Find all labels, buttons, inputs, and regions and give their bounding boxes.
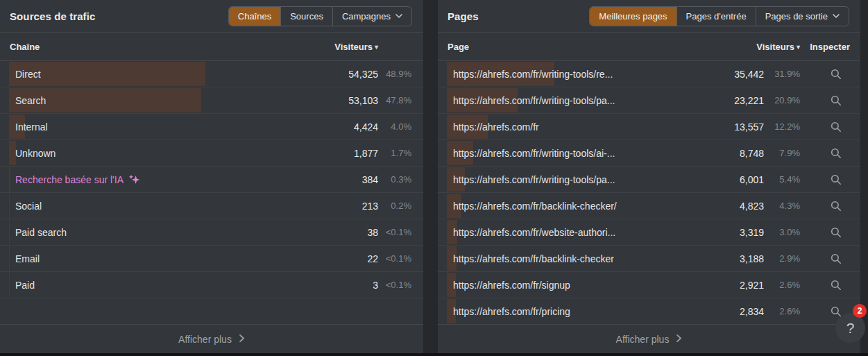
- tab-label: Pages d'entrée: [686, 11, 747, 22]
- row-label: Internal: [9, 121, 323, 133]
- page-row[interactable]: https://ahrefs.com/fr/pricing2,8342.6%: [438, 298, 860, 325]
- sparkles-icon: [128, 174, 140, 185]
- magnifier-icon: [831, 201, 842, 212]
- row-label: Paid search: [9, 227, 323, 238]
- channel-row[interactable]: Paid3<0.1%: [0, 272, 423, 298]
- traffic-tab-campagnes[interactable]: Campagnes: [332, 7, 411, 26]
- page-row[interactable]: https://ahrefs.com/fr/signup2,9212.6%: [438, 272, 860, 298]
- chevron-down-icon: [395, 14, 402, 18]
- visitors-percent: 12.2%: [764, 121, 800, 132]
- row-label-text: https://ahrefs.com/fr/signup: [453, 280, 570, 291]
- channel-row[interactable]: Internal4,4244.0%: [0, 114, 423, 140]
- visitors-percent: 5.4%: [764, 174, 800, 185]
- row-label-text: Unknown: [15, 148, 56, 159]
- channel-row[interactable]: Social2130.2%: [0, 193, 423, 219]
- pages-tab-pages-sortie[interactable]: Pages de sortie: [756, 7, 849, 26]
- inspect-cell: [800, 278, 850, 292]
- traffic-tab-sources[interactable]: Sources: [280, 7, 332, 26]
- page-row[interactable]: https://ahrefs.com/fr/writing-tools/pa..…: [438, 87, 860, 114]
- inspect-button[interactable]: [829, 226, 843, 239]
- visitors-percent: <0.1%: [378, 280, 411, 290]
- row-label-text: https://ahrefs.com/fr/writing-tools/ai-.…: [453, 148, 615, 159]
- visitors-percent: 2.9%: [764, 253, 800, 264]
- inspect-button[interactable]: [829, 199, 843, 213]
- show-more-pages-button[interactable]: Afficher plus: [438, 324, 860, 353]
- magnifier-icon: [831, 227, 842, 238]
- sort-desc-icon: ▾: [797, 43, 800, 51]
- channel-row[interactable]: Paid search38<0.1%: [0, 219, 423, 246]
- visitors-column-header[interactable]: Visiteurs▾: [706, 42, 800, 52]
- visitors-value: 3: [323, 280, 378, 291]
- visitors-value: 1,877: [323, 148, 378, 159]
- pages-rows: https://ahrefs.com/fr/writing-tools/re..…: [438, 61, 860, 325]
- inspect-button[interactable]: [829, 94, 843, 108]
- page-row[interactable]: https://ahrefs.com/fr/writing-tools/pa..…: [438, 167, 860, 193]
- visitors-value: 23,221: [708, 95, 764, 106]
- traffic-sources-table-header: Chaîne Visiteurs▾: [0, 33, 423, 61]
- channel-row[interactable]: Email22<0.1%: [0, 246, 423, 272]
- tab-label: Chaînes: [238, 11, 271, 22]
- visitors-percent: <0.1%: [378, 227, 411, 237]
- traffic-sources-panel: Sources de trafic ChaînesSourcesCampagne…: [0, 0, 423, 353]
- inspect-cell: [800, 94, 850, 108]
- visitors-percent: 31.9%: [764, 69, 800, 79]
- row-label-text: Direct: [15, 69, 41, 80]
- pages-panel: Pages Meilleures pagesPages d'entréePage…: [438, 0, 860, 353]
- channel-row[interactable]: Direct54,32548.9%: [0, 61, 423, 87]
- page-row[interactable]: https://ahrefs.com/fr13,55712.2%: [438, 114, 860, 140]
- pages-tab-meilleures-pages[interactable]: Meilleures pages: [590, 7, 676, 26]
- magnifier-icon: [831, 306, 842, 317]
- chevron-right-icon: [239, 334, 245, 345]
- inspect-button[interactable]: [829, 146, 843, 160]
- page-row[interactable]: https://ahrefs.com/fr/writing-tools/re..…: [438, 61, 860, 87]
- tab-label: Campagnes: [342, 11, 391, 22]
- inspect-button[interactable]: [829, 67, 843, 81]
- notification-badge: 2: [853, 304, 867, 318]
- traffic-sources-header: Sources de trafic ChaînesSourcesCampagne…: [0, 0, 423, 33]
- row-label: https://ahrefs.com/fr/writing-tools/pa..…: [447, 95, 708, 106]
- pages-title: Pages: [448, 10, 479, 22]
- row-label-text: Paid: [15, 280, 35, 291]
- pages-tab-pages-entree[interactable]: Pages d'entrée: [676, 7, 756, 26]
- traffic-sources-rows: Direct54,32548.9%Search53,10347.8%Intern…: [0, 61, 423, 298]
- traffic-tab-chaines[interactable]: Chaînes: [229, 7, 280, 26]
- inspect-column-header: Inspecter: [800, 42, 850, 52]
- inspect-button[interactable]: [829, 252, 843, 266]
- magnifier-icon: [831, 253, 842, 264]
- inspect-button[interactable]: [829, 120, 843, 134]
- show-more-traffic-button[interactable]: Afficher plus: [0, 324, 423, 353]
- visitors-value: 384: [323, 174, 378, 185]
- page-row[interactable]: https://ahrefs.com/fr/backlink-checker3,…: [438, 246, 860, 272]
- magnifier-icon: [831, 69, 842, 80]
- page-row[interactable]: https://ahrefs.com/fr/website-authori...…: [438, 219, 860, 246]
- row-label-text: https://ahrefs.com/fr: [453, 121, 539, 133]
- tab-label: Pages de sortie: [765, 11, 828, 22]
- channel-row[interactable]: Unknown1,8771.7%: [0, 140, 423, 167]
- page-row[interactable]: https://ahrefs.com/fr/writing-tools/ai-.…: [438, 140, 860, 167]
- visitors-percent: 47.8%: [378, 95, 411, 105]
- visitors-value: 54,325: [323, 69, 378, 80]
- chevron-right-icon: [676, 334, 682, 345]
- visitors-percent: 4.3%: [764, 201, 800, 211]
- visitors-percent: 20.9%: [764, 95, 800, 105]
- visitors-percent: 1.7%: [378, 148, 411, 158]
- pages-tabgroup: Meilleures pagesPages d'entréePages de s…: [589, 6, 849, 26]
- visitors-value: 8,748: [708, 148, 764, 159]
- pages-header: Pages Meilleures pagesPages d'entréePage…: [438, 0, 860, 33]
- help-button[interactable]: ? 2: [835, 313, 865, 343]
- row-label: https://ahrefs.com/fr/website-authori...: [447, 227, 708, 238]
- inspect-button[interactable]: [829, 278, 843, 292]
- visitors-column-header[interactable]: Visiteurs▾: [284, 42, 378, 52]
- visitors-value: 213: [323, 201, 378, 212]
- visitors-value: 6,001: [708, 174, 764, 185]
- traffic-sources-title: Sources de trafic: [10, 10, 95, 22]
- channel-row[interactable]: Search53,10347.8%: [0, 87, 423, 114]
- inspect-button[interactable]: [829, 173, 843, 187]
- row-label: Direct: [9, 69, 323, 80]
- tab-label: Meilleures pages: [599, 11, 667, 22]
- viewport-bottom-edge: [0, 353, 868, 356]
- page-row[interactable]: https://ahrefs.com/fr/backlink-checker/4…: [438, 193, 860, 219]
- magnifier-icon: [831, 148, 842, 159]
- channel-row[interactable]: Recherche basée sur l'IA3840.3%: [0, 167, 423, 193]
- sort-desc-icon: ▾: [375, 43, 378, 51]
